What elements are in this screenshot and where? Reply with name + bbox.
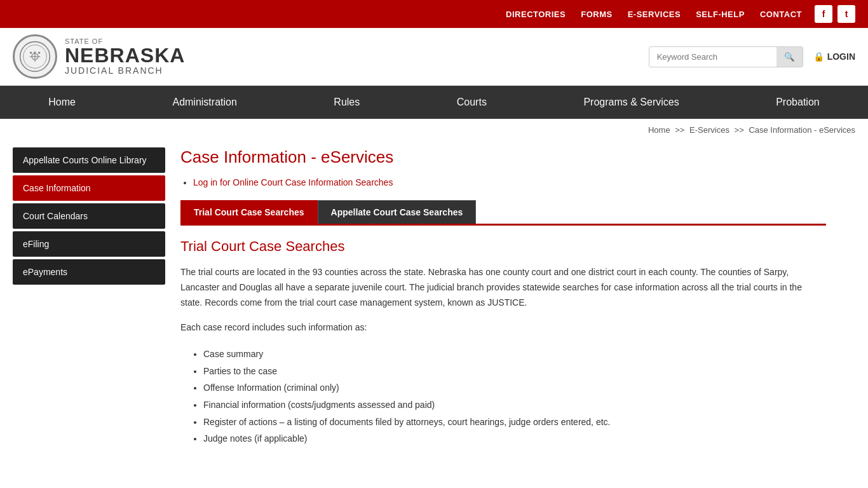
sidebar-item-court-calendars[interactable]: Court Calendars	[13, 203, 165, 229]
bullet-item-1: Parties to the case	[203, 363, 826, 380]
tabs: Trial Court Case Searches Appellate Cour…	[180, 200, 826, 226]
case-info-list: Case summary Parties to the case Offense…	[180, 346, 826, 447]
breadcrumb-current: Case Information - eServices	[749, 125, 855, 135]
nav-administration[interactable]: Administration	[159, 86, 249, 119]
facebook-icon[interactable]: f	[815, 5, 832, 23]
bullet-item-5: Judge notes (if applicable)	[203, 430, 826, 447]
sidebar: Appellate Courts Online Library Case Inf…	[13, 141, 165, 455]
bullet-item-4: Register of actions – a listing of docum…	[203, 414, 826, 431]
forms-link[interactable]: FORMS	[581, 10, 612, 19]
content-wrapper: Appellate Courts Online Library Case Inf…	[0, 141, 839, 474]
page-title: Case Information - eServices	[180, 147, 826, 167]
nav-rules[interactable]: Rules	[321, 86, 372, 119]
nebraska-label: NEBRASKA	[65, 45, 185, 65]
logo-seal: ★ ★ ★	[13, 34, 57, 79]
section-title: Trial Court Case Searches	[180, 238, 826, 255]
top-bar: DIRECTORIES FORMS E-SERVICES SELF-HELP C…	[0, 0, 868, 28]
login-link[interactable]: Log in for Online Court Case Information…	[193, 177, 393, 187]
breadcrumb-eservices[interactable]: E-Services	[689, 125, 729, 135]
contact-link[interactable]: CONTACT	[760, 10, 802, 19]
search-icon: 🔍	[784, 52, 795, 62]
sidebar-item-efiling[interactable]: eFiling	[13, 231, 165, 257]
case-record-intro: Each case record includes such informati…	[180, 320, 826, 336]
nav-probation[interactable]: Probation	[763, 86, 832, 119]
main-content: Case Information - eServices Log in for …	[180, 141, 826, 455]
bullet-item-0: Case summary	[203, 346, 826, 363]
nav-courts[interactable]: Courts	[444, 86, 499, 119]
search-box[interactable]: 🔍	[649, 46, 803, 67]
tab-trial[interactable]: Trial Court Case Searches	[180, 200, 318, 224]
breadcrumb-home[interactable]: Home	[648, 125, 670, 135]
tab-appellate[interactable]: Appellate Court Case Searches	[318, 200, 477, 224]
bullet-item-2: Offense Information (criminal only)	[203, 379, 826, 396]
sidebar-item-case-information[interactable]: Case Information	[13, 175, 165, 201]
bullet-item-3: Financial information (costs/judgments a…	[203, 396, 826, 414]
login-button[interactable]: 🔒 LOGIN	[813, 51, 855, 62]
lock-icon: 🔒	[813, 51, 824, 62]
search-input[interactable]	[649, 47, 776, 67]
nav-programs[interactable]: Programs & Services	[571, 86, 691, 119]
body-paragraph: The trial courts are located in the 93 c…	[180, 265, 826, 310]
login-label: LOGIN	[827, 51, 855, 62]
eservices-link[interactable]: E-SERVICES	[628, 10, 681, 19]
logo-area: ★ ★ ★ STATE OF NEBRASKA JUDICIAL BRANCH	[13, 34, 185, 79]
nav-home[interactable]: Home	[36, 86, 88, 119]
login-bullet-list: Log in for Online Court Case Information…	[180, 177, 826, 187]
main-nav: Home Administration Rules Courts Program…	[0, 86, 868, 119]
breadcrumb-sep1: >>	[675, 125, 684, 135]
breadcrumb: Home >> E-Services >> Case Information -…	[0, 119, 868, 141]
search-button[interactable]: 🔍	[776, 47, 803, 67]
twitter-icon[interactable]: t	[837, 5, 855, 23]
seal-svg: ★ ★ ★	[19, 41, 51, 72]
selfhelp-link[interactable]: SELF-HELP	[696, 10, 745, 19]
breadcrumb-sep2: >>	[735, 125, 744, 135]
header-right: 🔍 🔒 LOGIN	[649, 46, 855, 67]
social-icons: f t	[815, 5, 855, 23]
logo-text: STATE OF NEBRASKA JUDICIAL BRANCH	[65, 37, 185, 76]
site-header: ★ ★ ★ STATE OF NEBRASKA JUDICIAL BRANCH …	[0, 28, 868, 86]
login-list-item: Log in for Online Court Case Information…	[193, 177, 826, 187]
directories-link[interactable]: DIRECTORIES	[506, 10, 566, 19]
sidebar-item-appellate-library[interactable]: Appellate Courts Online Library	[13, 147, 165, 173]
sidebar-item-epayments[interactable]: ePayments	[13, 259, 165, 285]
judicial-label: JUDICIAL BRANCH	[65, 65, 185, 76]
